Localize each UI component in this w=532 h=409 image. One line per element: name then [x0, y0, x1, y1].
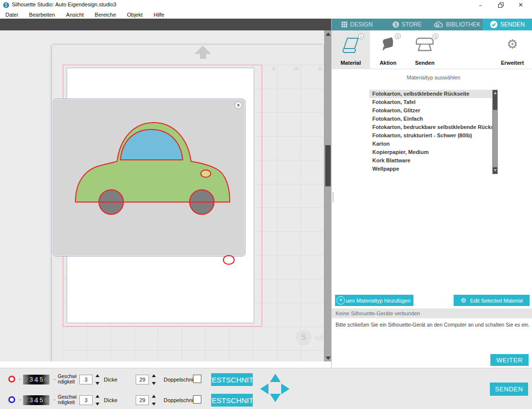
close-icon[interactable]: ✕	[513, 0, 528, 10]
watermark-logo-icon: S	[296, 330, 312, 345]
store-logo-icon: S	[392, 21, 399, 28]
blade-increase-icon[interactable]: →	[51, 396, 56, 402]
thickness-input[interactable]: 29	[136, 395, 149, 405]
restore-icon[interactable]	[494, 0, 508, 10]
vertical-scrollbar-thumb[interactable]	[325, 145, 331, 186]
material-list-item[interactable]: Fotokarton, Glitzer	[369, 106, 492, 115]
grid-col-label: 9	[267, 66, 275, 71]
silhouette-logo-icon	[3, 1, 9, 10]
menu-objekt[interactable]: Objekt	[122, 10, 147, 19]
material-mat-icon	[332, 34, 370, 55]
step-erweitert[interactable]: ⚙ Erweitert	[492, 30, 532, 69]
design-canvas: 9 10 11 x	[0, 30, 331, 361]
step-badge: 1	[358, 33, 364, 39]
toolbar-strip	[0, 19, 331, 30]
tab-bibliothek[interactable]: BIBLIOTHEK	[432, 19, 483, 30]
blade-depth-strip[interactable]: 2 3 4 5 6	[23, 395, 49, 405]
grid-col-label: 10	[291, 66, 298, 71]
plus-icon: +	[337, 296, 345, 305]
list-scrollbar[interactable]	[492, 90, 498, 174]
jog-down-icon[interactable]	[270, 394, 281, 402]
step-badge: 3	[433, 33, 438, 39]
menu-bearbeiten[interactable]: Bearbeiten	[24, 10, 59, 19]
speed-label: Geschwindigkeit	[58, 394, 76, 405]
jog-up-icon[interactable]	[270, 374, 281, 382]
main-tab-bar: DESIGN S STORE BIBLIOTHEK	[332, 19, 532, 30]
double-cut-checkbox[interactable]	[193, 375, 201, 383]
tool1-red-icon[interactable]	[8, 376, 15, 383]
step-material[interactable]: 1 Material	[332, 30, 370, 69]
senden-button[interactable]: SENDEN	[490, 383, 528, 396]
panel-splitter-handle[interactable]	[332, 193, 334, 204]
tool2-blue-icon[interactable]	[8, 396, 15, 403]
vertical-scrollbar[interactable]	[324, 30, 331, 361]
cutting-page: 9 10 11 x	[51, 44, 324, 361]
scroll-up-icon[interactable]	[325, 30, 331, 37]
step-badge: 2	[395, 33, 401, 39]
menu-datei[interactable]: Datei	[1, 10, 23, 19]
design-selection-area: x	[53, 99, 245, 256]
thickness-stepper[interactable]	[151, 374, 156, 385]
blade-decrease-icon[interactable]: ←	[18, 396, 23, 402]
material-list-item[interactable]: Kopierpapier, Medium	[369, 148, 492, 156]
thickness-label: Dicke	[104, 397, 118, 403]
tab-senden[interactable]: SENDEN	[483, 19, 532, 30]
speed-input[interactable]: 3	[79, 375, 93, 384]
material-list-item[interactable]: Karton	[369, 140, 492, 148]
material-list-item[interactable]: Fotokarton, bedruckbare selbstklebende R…	[369, 123, 492, 131]
tab-store[interactable]: S STORE	[382, 19, 433, 30]
blade-icon	[370, 34, 406, 55]
device-hint: Bitte schließen Sie ein Silhouette-Gerät…	[336, 322, 531, 328]
jog-right-icon[interactable]	[281, 383, 290, 394]
design-area-close-icon[interactable]: x	[235, 102, 242, 109]
test-cut-button[interactable]: TESTSCHNITT	[211, 373, 253, 386]
title-bar: Silhouette Studio: Auto Eigendesign.stud…	[0, 0, 532, 10]
loose-cut-ellipse	[221, 253, 238, 267]
minimize-icon[interactable]: –	[473, 0, 488, 10]
speed-input[interactable]: 3	[79, 395, 93, 405]
thickness-label: Dicke	[104, 377, 118, 383]
material-list-item[interactable]: Fotokarton, Einfach	[369, 115, 492, 123]
design-grid-icon	[341, 21, 348, 28]
material-list-item[interactable]: Wellpappe	[369, 165, 492, 173]
double-cut-checkbox[interactable]	[193, 395, 201, 404]
grid-col-label: 11	[315, 66, 322, 71]
car-drawing	[53, 99, 246, 257]
step-senden[interactable]: 3 Senden	[406, 30, 443, 69]
material-list: Fotokarton, selbstklebende Rückseite Fot…	[369, 90, 498, 174]
double-cut-label: Doppelschnitt	[164, 377, 196, 383]
window-title: Silhouette Studio: Auto Eigendesign.stud…	[12, 1, 116, 7]
scroll-down-icon[interactable]	[325, 355, 331, 361]
cloud-icon	[434, 21, 443, 28]
gear-icon: ⚙	[460, 297, 466, 304]
speed-label: Geschwindigkeit	[58, 374, 76, 384]
cut-settings-bar: ← 2 3 4 5 6 → Geschwindigkeit 3 Dicke 29…	[0, 368, 532, 409]
add-material-button[interactable]: + uen Materialtyp hinzufügen	[335, 295, 413, 306]
send-panel: DESIGN S STORE BIBLIOTHEK	[331, 19, 532, 368]
material-list-item[interactable]: Fotokarton, Tafel	[369, 98, 492, 106]
list-scroll-down-icon[interactable]	[493, 167, 497, 174]
edit-material-button[interactable]: ⚙ Edit Selected Material	[454, 295, 530, 306]
weiter-button[interactable]: WEITER	[490, 354, 529, 366]
test-cut-button[interactable]: TESTSCHNITT	[211, 394, 253, 407]
car-headlight	[201, 170, 211, 178]
blade-depth-strip[interactable]: 2 3 4 5 6	[23, 375, 49, 384]
material-list-item[interactable]: Kork Blattware	[369, 156, 492, 165]
thickness-stepper[interactable]	[151, 395, 156, 406]
menu-hilfe[interactable]: Hilfe	[149, 10, 169, 19]
menu-ansicht[interactable]: Ansicht	[62, 10, 88, 19]
material-list-item[interactable]: Fotokarton, selbstklebende Rückseite	[369, 90, 492, 98]
speed-stepper[interactable]	[95, 374, 100, 385]
list-scroll-up-icon[interactable]	[493, 90, 497, 110]
feed-direction-arrow-icon	[194, 46, 212, 59]
blade-increase-icon[interactable]: →	[51, 376, 56, 381]
step-aktion[interactable]: 2 Aktion	[370, 30, 406, 69]
material-list-item[interactable]: Fotokarton, strukturiert - Schwer (80lb)	[369, 131, 492, 140]
thickness-input[interactable]: 29	[136, 375, 149, 384]
jog-left-icon[interactable]	[260, 383, 268, 394]
speed-stepper[interactable]	[95, 395, 100, 406]
tab-design[interactable]: DESIGN	[332, 19, 382, 30]
menu-bereiche[interactable]: Bereiche	[90, 10, 120, 19]
material-list-title: Materialtyp auswählen	[369, 75, 498, 80]
blade-decrease-icon[interactable]: ←	[18, 376, 23, 381]
